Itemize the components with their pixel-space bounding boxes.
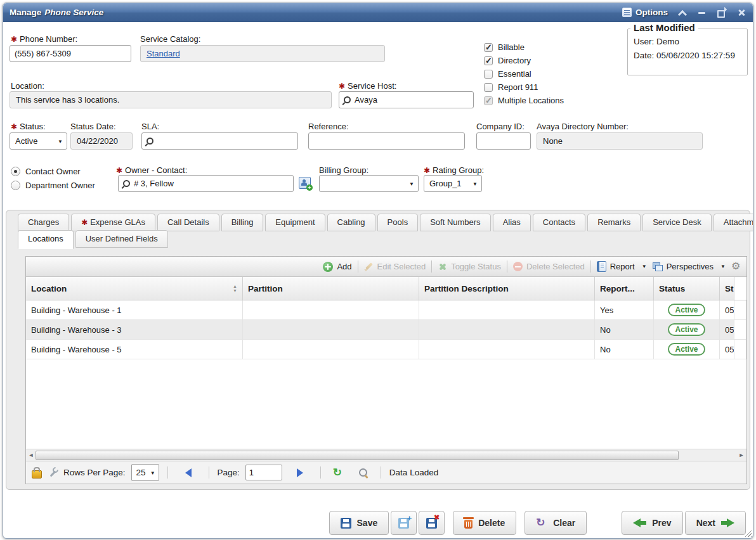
- options-label: Options: [635, 8, 668, 17]
- tab-equipment[interactable]: Equipment: [265, 214, 325, 231]
- save-button[interactable]: Save: [329, 511, 389, 535]
- checkbox-icon: [484, 70, 493, 79]
- tab-pools[interactable]: Pools: [377, 214, 419, 231]
- next-page-icon[interactable]: [297, 468, 303, 477]
- save-and-new-button[interactable]: +: [391, 511, 417, 535]
- cell-partition-description: [419, 340, 595, 359]
- lock-icon[interactable]: [32, 470, 42, 479]
- checkbox-icon: [484, 96, 493, 105]
- reference-input[interactable]: [308, 132, 465, 150]
- tab-cabling[interactable]: Cabling: [327, 214, 375, 231]
- billing-group-select[interactable]: [319, 175, 419, 192]
- tab-attachments[interactable]: Attachments: [714, 214, 753, 231]
- company-id-input[interactable]: [476, 132, 531, 150]
- grid-header: Location Partition Partition Description…: [26, 277, 746, 300]
- tab-alias[interactable]: Alias: [493, 214, 531, 231]
- grid-empty-area: [26, 359, 746, 449]
- last-modified-legend: Last Modified: [630, 22, 698, 33]
- tab-call-details[interactable]: Call Details: [157, 214, 219, 231]
- service-host-input[interactable]: Avaya: [339, 91, 474, 108]
- minimize-icon[interactable]: [697, 8, 707, 18]
- phone-number-input[interactable]: [10, 45, 131, 62]
- cell-partition: [243, 320, 419, 339]
- tab-locations[interactable]: Locations: [18, 230, 74, 249]
- column-header-location[interactable]: Location: [26, 277, 243, 300]
- service-catalog-field: Standard: [140, 45, 385, 62]
- prev-next-button-group: Prev Next: [622, 511, 746, 535]
- edit-selected-button[interactable]: Edit Selected: [364, 262, 426, 271]
- column-header-report[interactable]: Report...: [595, 277, 654, 300]
- pencil-icon: [364, 262, 374, 271]
- clear-button[interactable]: Clear: [525, 511, 587, 535]
- scrollbar-thumb[interactable]: [36, 451, 679, 460]
- horizontal-scrollbar[interactable]: ◄ ►: [26, 449, 746, 461]
- collapse-icon[interactable]: [677, 8, 688, 18]
- next-button[interactable]: Next: [685, 511, 746, 535]
- search-icon: [344, 96, 351, 103]
- status-badge: Active: [668, 323, 705, 336]
- tab-contacts[interactable]: Contacts: [533, 214, 585, 231]
- report-dropdown[interactable]: Report: [597, 261, 647, 272]
- scroll-right-icon[interactable]: ►: [737, 451, 746, 460]
- pager-separator: [320, 466, 321, 479]
- tab-user-defined-fields[interactable]: User Defined Fields: [75, 230, 168, 248]
- service-catalog-link[interactable]: Standard: [147, 49, 180, 58]
- wrench-icon[interactable]: [48, 468, 58, 478]
- search-icon[interactable]: [359, 468, 367, 477]
- page-input[interactable]: [245, 465, 282, 480]
- table-row[interactable]: Building - Warehouse - 3 No Active 05: [26, 320, 746, 340]
- rating-group-select[interactable]: Group_1: [424, 175, 482, 192]
- sla-input[interactable]: [141, 132, 298, 150]
- close-icon[interactable]: [736, 8, 746, 18]
- status-date-field: 04/22/2020: [70, 132, 133, 150]
- refresh-icon[interactable]: [333, 467, 344, 479]
- page-label: Page:: [218, 468, 240, 477]
- cell-report: Yes: [595, 300, 654, 319]
- delete-selected-button[interactable]: Delete Selected: [513, 262, 585, 271]
- perspectives-dropdown[interactable]: Perspectives: [653, 262, 726, 271]
- rows-per-page-select[interactable]: 25: [131, 464, 159, 481]
- owner-contact-input[interactable]: # 3, Fellow: [118, 175, 294, 192]
- location-label: Location:: [11, 81, 44, 91]
- add-button[interactable]: Add: [323, 262, 351, 272]
- add-contact-icon[interactable]: +: [297, 176, 313, 191]
- cell-status: Active: [654, 320, 720, 339]
- manage-phone-service-window: ManagePhone Service Options ✱Phone Numbe…: [3, 3, 753, 539]
- search-icon: [147, 138, 153, 145]
- column-header-partition[interactable]: Partition: [243, 277, 419, 300]
- billable-checkbox[interactable]: Billable: [484, 42, 525, 52]
- prev-button[interactable]: Prev: [622, 511, 682, 535]
- radio-icon: [11, 181, 20, 190]
- scroll-left-icon[interactable]: ◄: [27, 451, 36, 460]
- tab-charges[interactable]: Charges: [18, 214, 69, 231]
- table-row[interactable]: Building - Warehouse - 5 No Active 05: [26, 340, 746, 359]
- tab-billing[interactable]: Billing: [221, 214, 264, 231]
- gear-icon[interactable]: [731, 262, 741, 272]
- delete-button[interactable]: Delete: [453, 511, 516, 535]
- save-and-close-button[interactable]: ✖: [419, 511, 445, 535]
- report-911-checkbox[interactable]: Report 911: [484, 82, 538, 92]
- contact-owner-radio[interactable]: Contact Owner: [11, 167, 81, 176]
- column-header-status[interactable]: Status: [654, 277, 720, 300]
- table-row[interactable]: Building - Warehouse - 1 Yes Active 05: [26, 300, 746, 320]
- toolbar-separator: [590, 260, 591, 273]
- tab-expense-glas[interactable]: ✱Expense GLAs: [71, 214, 155, 231]
- owner-contact-label: ✱Owner - Contact:: [116, 165, 187, 175]
- previous-page-icon[interactable]: [185, 468, 192, 477]
- toggle-status-button[interactable]: Toggle Status: [438, 262, 501, 271]
- expand-icon[interactable]: [717, 8, 727, 18]
- tab-service-desk[interactable]: Service Desk: [642, 214, 712, 231]
- required-marker: ✱: [11, 35, 17, 44]
- column-header-partition-description[interactable]: Partition Description: [419, 277, 595, 300]
- grid-toolbar: Add Edit Selected Toggle Status Delete S…: [26, 257, 746, 277]
- cell-location: Building - Warehouse - 3: [26, 320, 243, 339]
- directory-checkbox[interactable]: Directory: [484, 56, 531, 65]
- rating-group-label: ✱Rating Group:: [424, 165, 484, 175]
- column-header-status-date[interactable]: St: [720, 277, 734, 300]
- essential-checkbox[interactable]: Essential: [484, 69, 531, 79]
- tab-soft-numbers[interactable]: Soft Numbers: [420, 214, 490, 231]
- options-button[interactable]: Options: [622, 8, 668, 17]
- tab-remarks[interactable]: Remarks: [587, 214, 641, 231]
- status-select[interactable]: Active: [10, 132, 67, 150]
- department-owner-radio[interactable]: Department Owner: [11, 181, 95, 190]
